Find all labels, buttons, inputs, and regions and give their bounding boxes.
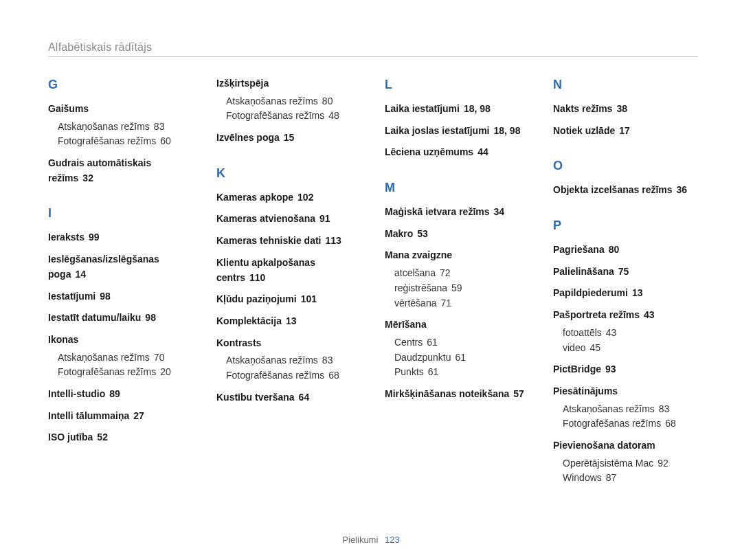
index-term[interactable]: Izvēlnes poga [216, 132, 280, 143]
index-sub-term[interactable]: Atskaņošanas režīms [226, 355, 318, 366]
index-page-ref[interactable]: 102 [297, 192, 313, 203]
index-term[interactable]: Piesātinājums [553, 385, 618, 396]
index-sub-page[interactable]: 20 [160, 366, 171, 377]
index-term[interactable]: Kameras atvienošana [216, 213, 315, 224]
index-term[interactable]: Komplektācija [216, 315, 282, 326]
index-page-ref[interactable]: 13 [286, 315, 297, 326]
index-page-ref[interactable]: 43 [644, 309, 655, 320]
index-term[interactable]: Ieraksts [48, 232, 85, 243]
index-page-ref[interactable]: 98 [100, 291, 111, 302]
index-page-ref[interactable]: 15 [284, 132, 295, 143]
index-term[interactable]: Gudrais automātiskais režīms [48, 157, 151, 183]
index-page-ref[interactable]: 64 [299, 392, 310, 403]
index-term[interactable]: Iestatīt datumu/laiku [48, 312, 141, 323]
index-sub-page[interactable]: 59 [451, 282, 462, 293]
index-term[interactable]: Kameras apkope [216, 192, 293, 203]
index-page-ref[interactable]: 38 [616, 103, 627, 114]
index-page-ref[interactable]: 89 [109, 388, 120, 399]
index-page-ref[interactable]: 98 [145, 312, 156, 323]
index-term[interactable]: Palielināšana [553, 266, 614, 277]
index-sub-page[interactable]: 72 [440, 267, 451, 278]
index-term[interactable]: PictBridge [553, 363, 601, 374]
index-page-ref[interactable]: 101 [301, 293, 317, 304]
index-page-ref[interactable]: 91 [319, 213, 330, 224]
index-sub-term[interactable]: Operētājsistēma Mac [563, 458, 653, 469]
index-sub-term[interactable]: Fotografēšanas režīms [58, 366, 156, 377]
index-page-ref[interactable]: 14 [75, 269, 86, 280]
index-term[interactable]: Mērīšana [385, 319, 427, 330]
index-page-ref[interactable]: 13 [632, 287, 643, 298]
index-page-ref[interactable]: 75 [618, 266, 629, 277]
index-term[interactable]: Kustību tveršana [216, 392, 295, 403]
index-term[interactable]: Intelli-studio [48, 388, 105, 399]
index-term[interactable]: Mana zvaigzne [385, 249, 452, 260]
index-page-ref[interactable]: 99 [89, 232, 100, 243]
index-page-ref[interactable]: 44 [477, 146, 488, 157]
index-page-ref[interactable]: 93 [605, 363, 616, 374]
index-term[interactable]: Kļūdu paziņojumi [216, 293, 297, 304]
index-term[interactable]: Izšķirtspēja [216, 78, 269, 89]
index-term[interactable]: Objekta izcelšanas režīms [553, 184, 673, 195]
index-sub-term[interactable]: Atskaņošanas režīms [226, 96, 318, 107]
index-page-ref[interactable]: 32 [82, 172, 93, 183]
index-sub-page[interactable]: 61 [428, 366, 439, 377]
index-sub-term[interactable]: Daudzpunktu [394, 352, 451, 363]
index-sub-page[interactable]: 70 [154, 352, 165, 363]
index-sub-page[interactable]: 61 [427, 337, 438, 348]
index-sub-page[interactable]: 60 [160, 135, 171, 146]
index-sub-page[interactable]: 83 [322, 355, 333, 366]
index-page-ref[interactable]: 80 [609, 244, 620, 255]
index-sub-term[interactable]: Atskaņošanas režīms [563, 403, 655, 414]
index-sub-term[interactable]: atcelšana [394, 267, 436, 278]
index-term[interactable]: Ieslēgšanas/izslēgšanas poga [48, 254, 159, 280]
index-page-ref[interactable]: 18, 98 [464, 103, 491, 114]
index-sub-term[interactable]: Fotografēšanas režīms [226, 110, 324, 121]
index-term[interactable]: Gaišums [48, 103, 89, 114]
index-sub-term[interactable]: Punkts [394, 366, 424, 377]
index-term[interactable]: Klientu apkalpošanas centrs [216, 257, 315, 283]
index-sub-term[interactable]: Atskaņošanas režīms [58, 352, 150, 363]
index-term[interactable]: Ikonas [48, 334, 78, 345]
index-sub-term[interactable]: reģistrēšana [394, 282, 447, 293]
index-sub-page[interactable]: 80 [322, 96, 333, 107]
index-term[interactable]: Pievienošana datoram [553, 440, 655, 451]
index-term[interactable]: Notiek uzlāde [553, 125, 615, 136]
index-page-ref[interactable]: 57 [513, 388, 524, 399]
index-sub-page[interactable]: 43 [606, 327, 617, 338]
index-sub-page[interactable]: 61 [456, 352, 466, 363]
index-sub-term[interactable]: Atskaņošanas režīms [58, 121, 150, 132]
index-term[interactable]: Mirkšķināšanas noteikšana [385, 388, 509, 399]
index-page-ref[interactable]: 34 [494, 206, 505, 217]
index-page-ref[interactable]: 110 [249, 272, 265, 283]
index-page-ref[interactable]: 53 [417, 228, 428, 239]
index-page-ref[interactable]: 27 [133, 410, 144, 421]
index-sub-page[interactable]: 92 [657, 458, 668, 469]
index-sub-page[interactable]: 87 [606, 472, 617, 483]
index-page-ref[interactable]: 18, 98 [494, 125, 521, 136]
index-page-ref[interactable]: 52 [97, 432, 108, 443]
index-term[interactable]: Iestatījumi [48, 291, 95, 302]
index-term[interactable]: Makro [385, 228, 413, 239]
index-term[interactable]: Laika iestatījumi [385, 103, 460, 114]
index-page-ref[interactable]: 17 [619, 125, 630, 136]
index-term[interactable]: Pašportreta režīms [553, 309, 640, 320]
index-sub-page[interactable]: 45 [589, 342, 600, 353]
index-sub-term[interactable]: Fotografēšanas režīms [58, 135, 156, 146]
index-sub-term[interactable]: Fotografēšanas režīms [563, 418, 661, 429]
index-page-ref[interactable]: 113 [326, 235, 341, 246]
index-term[interactable]: Lēciena uzņēmums [385, 146, 473, 157]
index-sub-page[interactable]: 83 [154, 121, 165, 132]
index-term[interactable]: Papildpiederumi [553, 287, 628, 298]
index-sub-term[interactable]: Fotografēšanas režīms [226, 370, 324, 381]
index-sub-page[interactable]: 83 [659, 403, 670, 414]
index-term[interactable]: Intelli tālummaiņa [48, 410, 129, 421]
index-term[interactable]: Nakts režīms [553, 103, 612, 114]
index-term[interactable]: Maģiskā ietvara režīms [385, 206, 490, 217]
index-sub-page[interactable]: 68 [665, 418, 676, 429]
index-sub-page[interactable]: 68 [328, 370, 339, 381]
index-term[interactable]: Kameras tehniskie dati [216, 235, 322, 246]
index-sub-term[interactable]: Windows [563, 472, 602, 483]
index-term[interactable]: Kontrasts [216, 337, 261, 348]
index-sub-page[interactable]: 48 [328, 110, 339, 121]
index-sub-term[interactable]: Centrs [394, 337, 423, 348]
